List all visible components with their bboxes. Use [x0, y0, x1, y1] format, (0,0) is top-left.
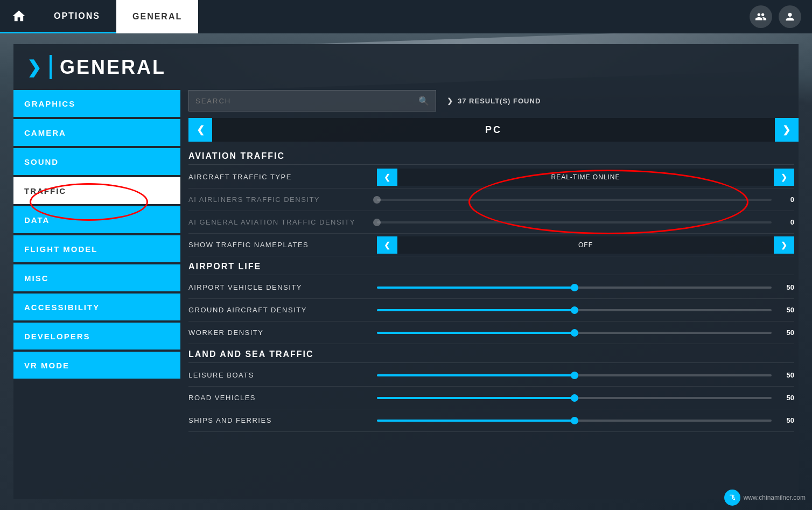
sidebar-item-camera[interactable]: CAMERA — [13, 119, 180, 146]
panel-header-arrow-icon: ❯ — [27, 57, 41, 78]
setting-label-ground-aircraft-density: GROUND AIRCRAFT DENSITY — [188, 306, 377, 314]
search-results: ❯ 37 RESULT(S) FOUND — [447, 97, 541, 105]
profile-group-icon[interactable] — [750, 5, 772, 28]
slider-value-ships-ferries: 50 — [778, 416, 794, 424]
slider-value-ground-aircraft-density: 50 — [778, 306, 794, 314]
platform-prev-button[interactable]: ❮ — [188, 118, 212, 142]
sidebar-item-vr-mode[interactable]: VR MODE — [13, 352, 180, 379]
watermark-logo: 飞 — [724, 490, 740, 506]
slider-track-worker-density[interactable] — [377, 332, 772, 334]
platform-selector: ❮ PC ❯ — [188, 118, 799, 142]
setting-label-show-traffic-nameplates: SHOW TRAFFIC NAMEPLATES — [188, 241, 377, 249]
toggle-value-show-traffic-nameplates: OFF — [397, 236, 774, 254]
slider-track-airport-vehicle-density[interactable] — [377, 287, 772, 289]
page-title: GENERAL — [60, 56, 166, 79]
setting-row-leisure-boats: LEISURE BOATS 50 — [188, 364, 794, 387]
slider-track-leisure-boats[interactable] — [377, 374, 772, 376]
search-bar: 🔍 ❯ 37 RESULT(S) FOUND — [188, 90, 799, 118]
sidebar-item-accessibility[interactable]: ACCESSIBILITY — [13, 294, 180, 320]
sidebar-item-graphics[interactable]: GRAPHICS — [13, 90, 180, 117]
slider-value-ai-general-aviation-density: 0 — [778, 218, 794, 226]
panel-header-divider — [50, 55, 52, 79]
sidebar-item-flight-model[interactable]: FLIGHT MODEL — [13, 235, 180, 262]
setting-row-ai-general-aviation-density: AI GENERAL AVIATION TRAFFIC DENSITY 0 — [188, 211, 794, 234]
slider-value-airport-vehicle-density: 50 — [778, 283, 794, 291]
toggle-control-aircraft-traffic-type: ❮ REAL-TIME ONLINE ❯ — [377, 169, 794, 186]
setting-row-ships-ferries: SHIPS AND FERRIES 50 — [188, 409, 794, 432]
setting-label-airport-vehicle-density: AIRPORT VEHICLE DENSITY — [188, 283, 377, 291]
slider-control-ai-general-aviation-density: 0 — [377, 218, 794, 226]
main-content: ❯ GENERAL GRAPHICS CAMERA SOUND TRAFFIC — [0, 33, 812, 510]
sidebar-item-sound[interactable]: SOUND — [13, 148, 180, 175]
setting-row-ai-airliners-density: AI AIRLINERS TRAFFIC DENSITY 0 — [188, 188, 794, 211]
panel-body: GRAPHICS CAMERA SOUND TRAFFIC DATA FLIGH… — [13, 90, 799, 499]
slider-value-leisure-boats: 50 — [778, 371, 794, 379]
slider-track-road-vehicles[interactable] — [377, 397, 772, 399]
slider-track-ai-general-aviation-density[interactable] — [377, 221, 772, 223]
setting-label-road-vehicles: ROAD VEHICLES — [188, 394, 377, 402]
settings-list: AVIATION TRAFFIC AIRCRAFT TRAFFIC TYPE ❮… — [188, 146, 799, 499]
toggle-next-show-traffic-nameplates[interactable]: ❯ — [774, 236, 794, 254]
toggle-next-aircraft-traffic-type[interactable]: ❯ — [774, 169, 794, 186]
sidebar-item-misc[interactable]: MISC — [13, 264, 180, 291]
user-profile-icon[interactable] — [779, 5, 801, 28]
home-icon — [11, 9, 26, 24]
search-input-wrapper[interactable]: 🔍 — [188, 90, 436, 111]
slider-value-ai-airliners-density: 0 — [778, 195, 794, 204]
slider-control-leisure-boats: 50 — [377, 371, 794, 379]
slider-track-ground-aircraft-density[interactable] — [377, 309, 772, 311]
watermark: 飞 www.chinamilner.com — [724, 490, 806, 506]
sidebar-item-traffic[interactable]: TRAFFIC — [13, 177, 180, 204]
general-nav-item[interactable]: GENERAL — [116, 0, 198, 33]
slider-control-road-vehicles: 50 — [377, 394, 794, 402]
slider-control-ground-aircraft-density: 50 — [377, 306, 794, 314]
sidebar: GRAPHICS CAMERA SOUND TRAFFIC DATA FLIGH… — [13, 90, 180, 499]
toggle-prev-aircraft-traffic-type[interactable]: ❮ — [377, 169, 397, 186]
slider-control-ai-airliners-density: 0 — [377, 195, 794, 204]
toggle-value-aircraft-traffic-type: REAL-TIME ONLINE — [397, 169, 774, 186]
slider-value-worker-density: 50 — [778, 329, 794, 337]
options-nav-item[interactable]: OPTIONS — [38, 0, 116, 33]
setting-row-show-traffic-nameplates: SHOW TRAFFIC NAMEPLATES ❮ OFF ❯ — [188, 234, 794, 256]
home-button[interactable] — [0, 0, 38, 33]
slider-control-ships-ferries: 50 — [377, 416, 794, 424]
nav-icons — [739, 0, 812, 33]
settings-panel: ❯ GENERAL GRAPHICS CAMERA SOUND TRAFFIC — [13, 44, 799, 499]
setting-label-ships-ferries: SHIPS AND FERRIES — [188, 416, 377, 424]
top-nav: OPTIONS GENERAL — [0, 0, 812, 33]
section-header-aviation-traffic: AVIATION TRAFFIC — [188, 146, 794, 165]
setting-label-leisure-boats: LEISURE BOATS — [188, 371, 377, 379]
platform-label: PC — [485, 124, 502, 136]
toggle-prev-show-traffic-nameplates[interactable]: ❮ — [377, 236, 397, 254]
slider-control-worker-density: 50 — [377, 329, 794, 337]
sidebar-item-developers[interactable]: DEVELOPERS — [13, 323, 180, 350]
section-header-land-sea-traffic: LAND AND SEA TRAFFIC — [188, 344, 794, 363]
setting-row-airport-vehicle-density: AIRPORT VEHICLE DENSITY 50 — [188, 276, 794, 299]
search-input[interactable] — [195, 97, 418, 105]
slider-track-ai-airliners-density[interactable] — [377, 199, 772, 201]
platform-next-button[interactable]: ❯ — [775, 118, 799, 142]
setting-label-ai-airliners-density: AI AIRLINERS TRAFFIC DENSITY — [188, 195, 377, 204]
setting-label-aircraft-traffic-type: AIRCRAFT TRAFFIC TYPE — [188, 173, 377, 181]
setting-row-worker-density: WORKER DENSITY 50 — [188, 322, 794, 344]
setting-label-ai-general-aviation-density: AI GENERAL AVIATION TRAFFIC DENSITY — [188, 218, 377, 226]
setting-row-road-vehicles: ROAD VEHICLES 50 — [188, 387, 794, 409]
slider-track-ships-ferries[interactable] — [377, 420, 772, 422]
setting-row-aircraft-traffic-type: AIRCRAFT TRAFFIC TYPE ❮ REAL-TIME ONLINE… — [188, 166, 794, 188]
setting-row-ground-aircraft-density: GROUND AIRCRAFT DENSITY 50 — [188, 299, 794, 322]
content-area: 🔍 ❯ 37 RESULT(S) FOUND ❮ PC ❯ AVIA — [180, 90, 799, 499]
toggle-control-show-traffic-nameplates: ❮ OFF ❯ — [377, 236, 794, 254]
sidebar-item-data[interactable]: DATA — [13, 206, 180, 233]
panel-header: ❯ GENERAL — [13, 44, 799, 90]
setting-label-worker-density: WORKER DENSITY — [188, 329, 377, 337]
slider-control-airport-vehicle-density: 50 — [377, 283, 794, 291]
slider-value-road-vehicles: 50 — [778, 394, 794, 402]
search-icon: 🔍 — [418, 96, 429, 106]
section-header-airport-life: AIRPORT LIFE — [188, 256, 794, 275]
